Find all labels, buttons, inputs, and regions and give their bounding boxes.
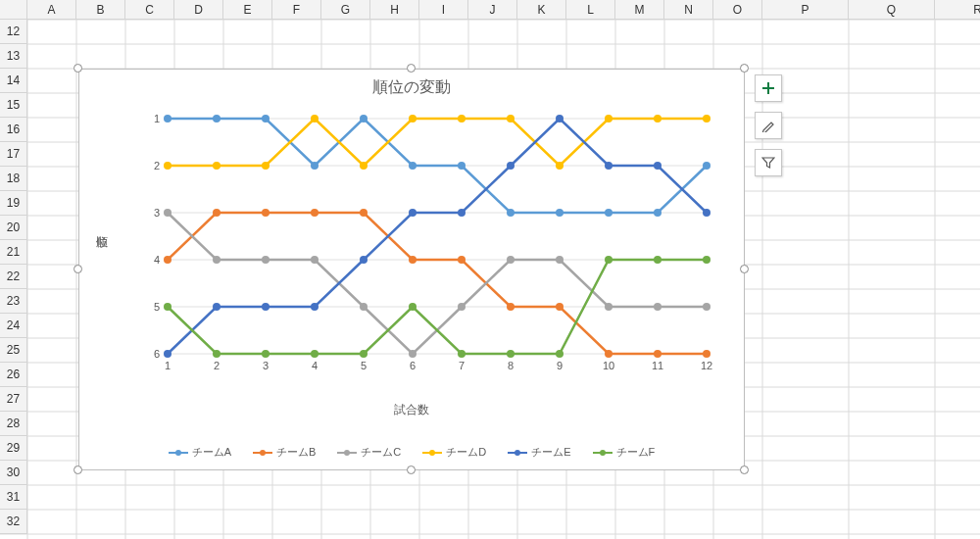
column-header[interactable]: N <box>664 0 713 20</box>
funnel-icon <box>761 156 775 170</box>
svg-text:3: 3 <box>263 360 269 371</box>
selection-handle[interactable] <box>74 64 82 73</box>
row-header[interactable]: 28 <box>0 412 27 436</box>
svg-point-99 <box>654 303 662 311</box>
svg-text:11: 11 <box>652 360 663 371</box>
chart-styles-button[interactable] <box>755 112 782 139</box>
svg-text:10: 10 <box>603 360 614 371</box>
chart-elements-button[interactable] <box>755 74 782 102</box>
svg-point-133 <box>556 350 564 358</box>
column-header[interactable]: C <box>125 0 174 20</box>
svg-point-87 <box>654 350 662 358</box>
column-header[interactable]: A <box>27 0 76 20</box>
svg-point-124 <box>703 209 710 217</box>
svg-point-98 <box>605 303 612 311</box>
svg-point-100 <box>703 303 710 311</box>
chart-filter-button[interactable] <box>755 149 782 176</box>
svg-point-77 <box>164 256 172 264</box>
row-header[interactable]: 12 <box>0 20 27 44</box>
chart-side-buttons <box>755 74 782 176</box>
svg-point-67 <box>262 115 270 122</box>
row-header[interactable]: 15 <box>0 93 27 118</box>
column-header[interactable]: D <box>174 0 223 20</box>
row-header[interactable]: 21 <box>0 240 27 265</box>
selection-handle[interactable] <box>74 466 82 474</box>
svg-point-113 <box>164 350 172 358</box>
svg-point-101 <box>164 162 172 170</box>
row-header[interactable]: 32 <box>0 510 27 534</box>
svg-point-112 <box>703 115 710 122</box>
x-axis-label: 試合数 <box>79 402 744 418</box>
row-header[interactable]: 20 <box>0 216 27 240</box>
row-header[interactable]: 13 <box>0 44 27 69</box>
svg-point-82 <box>409 256 416 264</box>
svg-point-66 <box>213 115 220 122</box>
selection-handle[interactable] <box>740 64 749 73</box>
plus-icon <box>761 81 775 95</box>
selection-handle[interactable] <box>74 265 82 273</box>
selection-handle[interactable] <box>740 265 749 273</box>
svg-point-116 <box>311 303 318 311</box>
row-header[interactable]: 16 <box>0 118 27 142</box>
svg-text:6: 6 <box>410 360 416 371</box>
svg-point-118 <box>409 209 416 217</box>
svg-point-85 <box>556 303 564 311</box>
svg-point-93 <box>360 303 368 311</box>
column-header[interactable]: H <box>370 0 419 20</box>
column-header[interactable]: K <box>517 0 566 20</box>
column-header[interactable]: P <box>762 0 849 20</box>
svg-point-84 <box>507 303 514 311</box>
column-header[interactable]: M <box>615 0 664 20</box>
column-header[interactable]: E <box>223 0 272 20</box>
row-header[interactable]: 24 <box>0 314 27 338</box>
chart-title: 順位の変動 <box>79 70 744 102</box>
row-header[interactable]: 14 <box>0 69 27 93</box>
svg-text:2: 2 <box>154 160 160 172</box>
row-header[interactable]: 22 <box>0 265 27 289</box>
svg-text:2: 2 <box>214 360 220 371</box>
row-header[interactable]: 29 <box>0 436 27 461</box>
select-all-corner[interactable] <box>0 0 27 20</box>
row-header[interactable]: 19 <box>0 191 27 216</box>
legend-item: チームA <box>169 445 231 460</box>
column-header[interactable]: I <box>419 0 468 20</box>
svg-point-135 <box>654 256 662 264</box>
svg-text:12: 12 <box>701 360 712 371</box>
svg-point-81 <box>360 209 368 217</box>
row-header[interactable]: 23 <box>0 289 27 314</box>
column-header[interactable]: G <box>321 0 370 20</box>
row-header[interactable]: 26 <box>0 363 27 387</box>
column-header[interactable]: Q <box>849 0 935 20</box>
chart-plot-area: 123456123456789101112 <box>138 109 716 383</box>
legend-item: チームB <box>253 445 316 460</box>
selection-handle[interactable] <box>407 64 416 73</box>
column-header[interactable]: J <box>468 0 517 20</box>
svg-text:3: 3 <box>154 207 160 219</box>
svg-point-88 <box>703 350 710 358</box>
row-header[interactable]: 18 <box>0 167 27 191</box>
chart-object[interactable]: 順位の変動 順位 123456123456789101112 試合数 チームAチ… <box>78 69 745 470</box>
row-header[interactable]: 25 <box>0 338 27 363</box>
svg-point-136 <box>703 256 710 264</box>
selection-handle[interactable] <box>740 466 749 474</box>
selection-handle[interactable] <box>407 466 416 474</box>
svg-point-80 <box>311 209 318 217</box>
svg-point-89 <box>164 209 172 217</box>
row-header[interactable]: 31 <box>0 485 27 510</box>
svg-point-72 <box>507 209 514 217</box>
column-header[interactable]: B <box>76 0 125 20</box>
column-header[interactable]: R <box>935 0 980 20</box>
row-header[interactable]: 30 <box>0 461 27 485</box>
column-header[interactable]: O <box>713 0 762 20</box>
svg-point-94 <box>409 350 416 358</box>
svg-point-76 <box>703 162 710 170</box>
svg-point-107 <box>458 115 466 122</box>
svg-point-123 <box>654 162 662 170</box>
legend-item: チームC <box>337 445 401 460</box>
column-header[interactable]: L <box>566 0 615 20</box>
row-header[interactable]: 27 <box>0 387 27 412</box>
row-header[interactable]: 17 <box>0 142 27 167</box>
column-header[interactable]: F <box>272 0 321 20</box>
chart-legend: チームAチームBチームCチームDチームEチームF <box>79 445 744 460</box>
svg-text:6: 6 <box>154 348 160 360</box>
